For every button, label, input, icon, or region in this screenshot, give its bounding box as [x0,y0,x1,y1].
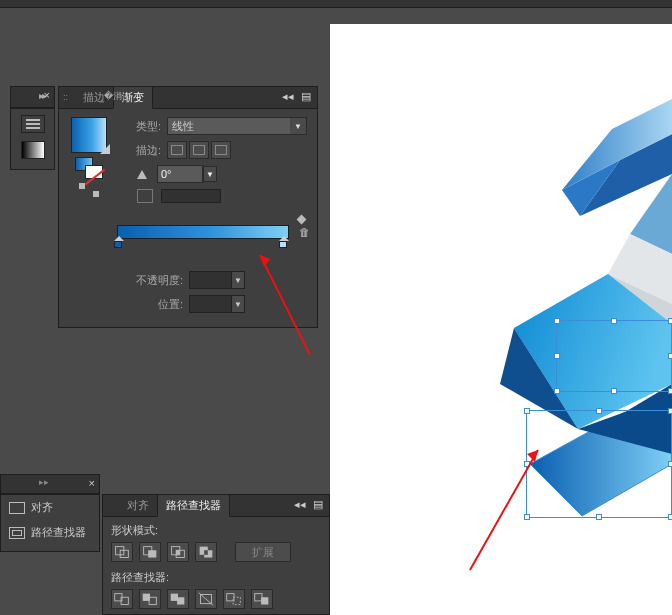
flyout-menu-icon[interactable]: ◂◂ [282,90,294,102]
align-icon [9,502,25,514]
gradient-panel-icon[interactable] [21,141,45,159]
intersect-button[interactable] [167,542,189,562]
gradient-panel: :: 描边 �消渐变 ◂◂ ▤ 类型: 线性 ▼ 描 [58,86,318,328]
stroke-label: 描边: [117,143,161,158]
outline-button[interactable] [223,589,245,609]
swatch-picker-icon[interactable] [100,144,110,154]
collapse-arrow-icon[interactable]: �消 [104,90,122,103]
svg-rect-38 [255,594,262,601]
shape-mode-row: 扩展 [103,540,329,564]
opacity-field[interactable]: ▼ [189,271,245,289]
panel-menu-icon[interactable]: ▤ [301,90,311,102]
dock-item-pathfinder[interactable]: 路径查找器 [1,520,99,545]
chevron-down-icon: ▼ [231,295,245,313]
svg-rect-18 [120,550,128,557]
close-icon[interactable]: × [44,89,50,101]
pathfinder-row [103,587,329,611]
stroke-mode-across[interactable] [211,141,231,159]
divide-button[interactable] [111,589,133,609]
pathfinder-panel: 对齐 路径查找器 ◂◂ ▤ 形状模式: 扩展 路径查找器: [102,494,330,615]
svg-rect-31 [171,594,178,601]
exclude-button[interactable] [195,542,217,562]
dock-item-label: 对齐 [31,500,53,515]
tab-gradient-label: 渐变 [122,91,144,103]
inner-selection [556,320,672,392]
dock-item-align[interactable]: 对齐 [1,495,99,520]
stroke-swatch-none[interactable] [85,165,103,179]
gradient-swatch[interactable] [71,117,107,153]
svg-rect-32 [177,597,184,604]
opacity-label: 不透明度: [129,273,183,288]
svg-rect-26 [204,550,208,555]
svg-rect-23 [176,550,180,555]
svg-rect-20 [148,550,156,557]
angle-value: 0° [161,168,172,180]
midpoint-diamond-icon[interactable] [297,215,307,225]
dock-body [10,108,55,170]
chevron-down-icon: ▼ [290,118,306,134]
gradient-stop-left[interactable] [114,236,124,248]
grip-icon: ▸▸ [39,477,49,487]
panel-tabbar: :: 描边 �消渐变 ◂◂ ▤ [59,87,317,109]
selection-bounds[interactable] [526,410,672,518]
aspect-ratio-icon [137,189,153,203]
trim-button[interactable] [139,589,161,609]
pathfinder-icon [9,527,25,539]
bottom-dock: 对齐 路径查找器 [0,494,100,552]
minus-back-button[interactable] [251,589,273,609]
fill-stroke-toggle[interactable] [75,157,103,179]
aspect-ratio-field[interactable] [161,189,221,203]
type-value: 线性 [172,119,194,134]
pathfinder-tabbar: 对齐 路径查找器 ◂◂ ▤ [103,495,329,517]
app-titlebar-fragment [0,0,672,8]
reverse-gradient-icon[interactable] [79,183,99,197]
position-label: 位置: [129,297,183,312]
tab-pathfinder[interactable]: 路径查找器 [157,494,230,517]
shape-mode-label: 形状模式: [103,517,329,540]
stroke-mode-within[interactable] [167,141,187,159]
grip-icon: :: [63,92,68,102]
dock-tabstrip[interactable]: ▸▸ × [10,86,55,108]
chevron-down-icon: ▼ [231,271,245,289]
close-icon[interactable]: × [89,477,95,489]
tab-gradient[interactable]: �消渐变 [113,86,153,109]
type-dropdown[interactable]: 线性 ▼ [167,117,307,135]
angle-field[interactable]: 0° ▼ [157,165,203,183]
dock-item-label: 路径查找器 [31,525,86,540]
minus-front-button[interactable] [139,542,161,562]
chevron-down-icon[interactable]: ▼ [203,166,217,182]
gradient-slider[interactable]: 🗑 [117,219,307,261]
unite-button[interactable] [111,542,133,562]
expand-button[interactable]: 扩展 [235,542,291,562]
position-field[interactable]: ▼ [189,295,245,313]
panel-menu-icon[interactable] [21,115,45,133]
gradient-ramp[interactable] [117,225,289,239]
artboard[interactable] [330,24,672,615]
type-label: 类型: [117,119,161,134]
crop-button[interactable] [195,589,217,609]
bottom-dock-tabstrip[interactable]: ▸▸ × [0,474,100,494]
gradient-stop-right[interactable] [279,236,289,248]
delete-stop-icon[interactable]: 🗑 [297,225,311,239]
stroke-gradient-mode [167,141,231,159]
pathfinder-row-label: 路径查找器: [103,564,329,587]
stroke-mode-along[interactable] [189,141,209,159]
angle-icon [137,170,147,179]
panel-menu-icon[interactable]: ▤ [313,498,323,510]
svg-rect-30 [149,597,156,604]
flyout-menu-icon[interactable]: ◂◂ [294,498,306,510]
tab-align[interactable]: 对齐 [119,495,157,516]
merge-button[interactable] [167,589,189,609]
